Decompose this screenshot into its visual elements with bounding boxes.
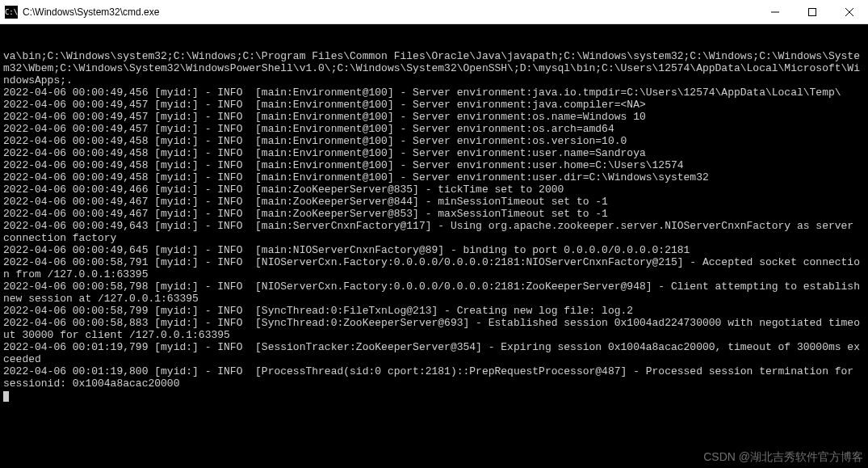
terminal-cursor (3, 391, 9, 402)
terminal-lines: va\bin;C:\Windows\system32;C:\Windows;C:… (3, 50, 865, 390)
window-title: C:\Windows\System32\cmd.exe (23, 6, 757, 18)
terminal-output[interactable]: va\bin;C:\Windows\system32;C:\Windows;C:… (0, 24, 868, 468)
minimize-button[interactable] (757, 0, 794, 24)
close-icon (845, 8, 853, 16)
watermark-text: CSDN @湖北吉秀软件官方博客 (703, 451, 863, 463)
close-button[interactable] (831, 0, 868, 24)
minimize-icon (771, 8, 779, 16)
maximize-button[interactable] (794, 0, 831, 24)
window-titlebar: C:\ C:\Windows\System32\cmd.exe (0, 0, 868, 24)
svg-rect-0 (809, 8, 816, 15)
maximize-icon (808, 8, 816, 16)
cmd-icon: C:\ (5, 6, 18, 19)
